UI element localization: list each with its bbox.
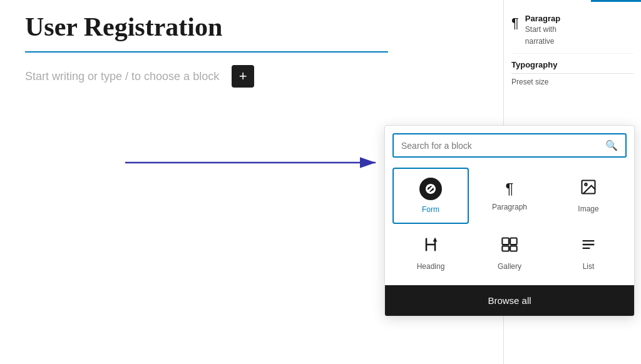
browse-all-button[interactable]: Browse all	[385, 285, 634, 316]
svg-rect-6	[510, 238, 517, 245]
search-input[interactable]	[401, 141, 600, 151]
block-item-list[interactable]: List	[550, 226, 627, 280]
block-inserter-popup: 🔍 Form ¶ Paragraph	[384, 125, 635, 316]
svg-marker-4	[433, 238, 438, 242]
main-content: User Registration Start writing or type …	[0, 0, 388, 364]
gallery-icon	[501, 236, 518, 257]
svg-point-3	[585, 183, 587, 186]
add-block-button[interactable]: +	[232, 65, 254, 88]
editor-placeholder: Start writing or type / to choose a bloc…	[25, 70, 219, 83]
paragraph-icon: ¶	[506, 180, 514, 198]
paragraph-panel-desc-line1: Start with	[525, 25, 556, 34]
block-label-gallery: Gallery	[498, 262, 521, 271]
paragraph-panel-icon: ¶	[511, 15, 519, 31]
paragraph-panel-title: Paragrap	[525, 14, 560, 23]
page-title: User Registration	[25, 13, 363, 41]
block-item-gallery[interactable]: Gallery	[471, 226, 548, 280]
svg-rect-5	[502, 238, 509, 245]
list-icon	[580, 236, 597, 257]
paragraph-panel-desc-line2: narrative	[525, 37, 555, 46]
panel-top-accent	[591, 0, 641, 2]
svg-rect-7	[502, 246, 509, 251]
search-icon: 🔍	[605, 139, 618, 151]
block-item-image[interactable]: Image	[550, 168, 627, 224]
block-label-heading: Heading	[417, 262, 445, 271]
panel-divider	[511, 73, 633, 74]
paragraph-panel-text: Paragrap Start with narrative	[525, 14, 560, 47]
title-underline	[25, 51, 388, 53]
form-icon	[419, 178, 442, 200]
blocks-grid: Form ¶ Paragraph Image	[385, 163, 634, 285]
svg-rect-8	[510, 246, 517, 251]
block-item-form[interactable]: Form	[392, 168, 469, 224]
block-label-paragraph: Paragraph	[492, 203, 527, 211]
preset-size-label: Preset size	[511, 78, 633, 86]
heading-icon	[422, 236, 439, 257]
typography-label: Typography	[511, 60, 633, 69]
paragraph-panel-item: ¶ Paragrap Start with narrative	[511, 8, 633, 54]
block-label-list: List	[583, 262, 595, 271]
search-box[interactable]: 🔍	[392, 133, 627, 158]
search-container: 🔍	[385, 126, 634, 163]
block-label-image: Image	[578, 205, 598, 213]
typography-section: Typography Preset size	[511, 54, 633, 93]
block-label-form: Form	[422, 205, 439, 214]
block-item-heading[interactable]: Heading	[392, 226, 469, 280]
image-icon	[580, 178, 597, 200]
block-item-paragraph[interactable]: ¶ Paragraph	[471, 168, 548, 224]
placeholder-area[interactable]: Start writing or type / to choose a bloc…	[25, 65, 363, 88]
